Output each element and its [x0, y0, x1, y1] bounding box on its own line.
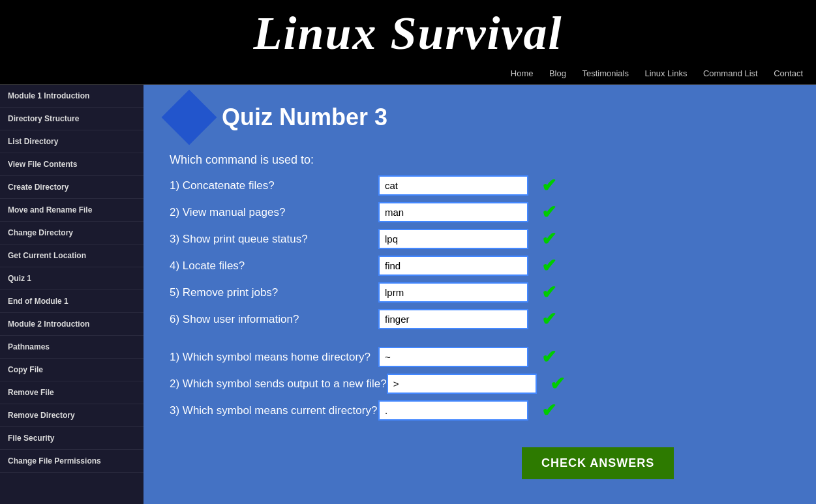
header: Linux Survival: [0, 0, 816, 64]
question-label-6: 6) Show user information?: [170, 313, 378, 326]
sidebar-item-change-directory[interactable]: Change Directory: [0, 222, 144, 245]
answer-input-8[interactable]: [387, 374, 537, 394]
checkmark-8: ✔: [550, 373, 565, 394]
nav-home[interactable]: Home: [511, 68, 534, 78]
question-label-2: 2) View manual pages?: [170, 206, 378, 219]
checkmark-6: ✔: [541, 308, 556, 330]
sidebar-item-module1-intro[interactable]: Module 1 Introduction: [0, 85, 144, 108]
sidebar-item-copy-file[interactable]: Copy File: [0, 359, 144, 381]
checkmark-7: ✔: [541, 346, 556, 368]
check-answers-button[interactable]: CHECK ANSWERS: [522, 447, 674, 479]
sidebar-item-remove-file[interactable]: Remove File: [0, 381, 144, 404]
answer-input-9[interactable]: [378, 400, 528, 421]
answer-input-1[interactable]: [378, 175, 528, 196]
question-label-5: 5) Remove print jobs?: [170, 286, 378, 299]
nav-contact[interactable]: Contact: [774, 68, 803, 78]
question-row-8: 2) Which symbol sends output to a new fi…: [170, 373, 790, 394]
sidebar-item-pathnames[interactable]: Pathnames: [0, 336, 144, 359]
main-content: Quiz Number 3 Which command is used to: …: [144, 85, 816, 504]
sidebar-item-quiz1[interactable]: Quiz 1: [0, 267, 144, 290]
answer-input-4[interactable]: [378, 256, 528, 276]
question-section-2: 1) Which symbol means home directory? ✔ …: [170, 346, 790, 421]
nav-testimonials[interactable]: Testimonials: [582, 68, 629, 78]
question-row-3: 3) Show print queue status? ✔: [170, 228, 790, 250]
sidebar-item-change-file-permissions[interactable]: Change File Permissions: [0, 450, 144, 473]
quiz-title: Quiz Number 3: [222, 104, 387, 131]
sidebar-item-end-module1[interactable]: End of Module 1: [0, 290, 144, 313]
answer-input-2[interactable]: [378, 202, 528, 222]
quiz-title-area: Quiz Number 3: [170, 98, 790, 137]
answer-input-6[interactable]: [378, 309, 528, 329]
main-layout: Module 1 Introduction Directory Structur…: [0, 85, 816, 504]
nav-bar: Home Blog Testimonials Linux Links Comma…: [0, 64, 816, 85]
checkmark-1: ✔: [541, 175, 556, 196]
answer-input-3[interactable]: [378, 229, 528, 249]
question-row-1: 1) Concatenate files? ✔: [170, 175, 790, 196]
checkmark-9: ✔: [541, 400, 556, 421]
question-row-5: 5) Remove print jobs? ✔: [170, 282, 790, 303]
question-label-1: 1) Concatenate files?: [170, 179, 378, 192]
question-row-6: 6) Show user information? ✔: [170, 308, 790, 330]
question-row-7: 1) Which symbol means home directory? ✔: [170, 346, 790, 368]
question-row-4: 4) Locate files? ✔: [170, 255, 790, 276]
diamond-icon: [162, 90, 217, 145]
checkmark-5: ✔: [541, 282, 556, 303]
checkmark-2: ✔: [541, 201, 556, 223]
answer-input-5[interactable]: [378, 282, 528, 303]
question-row-9: 3) Which symbol means current directory?…: [170, 400, 790, 421]
checkmark-3: ✔: [541, 228, 556, 250]
sidebar-item-directory-structure[interactable]: Directory Structure: [0, 108, 144, 130]
sidebar: Module 1 Introduction Directory Structur…: [0, 85, 144, 504]
sidebar-item-view-file-contents[interactable]: View File Contents: [0, 153, 144, 176]
question-label-8: 2) Which symbol sends output to a new fi…: [170, 378, 387, 391]
nav-linux-links[interactable]: Linux Links: [644, 68, 687, 78]
sidebar-item-module2-intro[interactable]: Module 2 Introduction: [0, 313, 144, 336]
question-label-4: 4) Locate files?: [170, 259, 378, 273]
sidebar-item-move-rename-file[interactable]: Move and Rename File: [0, 199, 144, 222]
question-label-3: 3) Show print queue status?: [170, 233, 378, 246]
question-label-7: 1) Which symbol means home directory?: [170, 351, 378, 364]
checkmark-4: ✔: [541, 255, 556, 276]
which-command-label: Which command is used to:: [170, 153, 790, 167]
question-section-1: Which command is used to: 1) Concatenate…: [170, 153, 790, 330]
nav-blog[interactable]: Blog: [549, 68, 566, 78]
sidebar-item-list-directory[interactable]: List Directory: [0, 130, 144, 153]
sidebar-item-get-current-location[interactable]: Get Current Location: [0, 245, 144, 267]
answer-input-7[interactable]: [378, 347, 528, 367]
question-row-2: 2) View manual pages? ✔: [170, 201, 790, 223]
site-title: Linux Survival: [0, 7, 816, 61]
nav-command-list[interactable]: Command List: [703, 68, 758, 78]
sidebar-item-create-directory[interactable]: Create Directory: [0, 176, 144, 199]
check-answers-area: CHECK ANSWERS: [170, 434, 790, 479]
sidebar-item-file-security[interactable]: File Security: [0, 427, 144, 450]
sidebar-item-remove-directory[interactable]: Remove Directory: [0, 404, 144, 427]
question-label-9: 3) Which symbol means current directory?: [170, 404, 378, 417]
